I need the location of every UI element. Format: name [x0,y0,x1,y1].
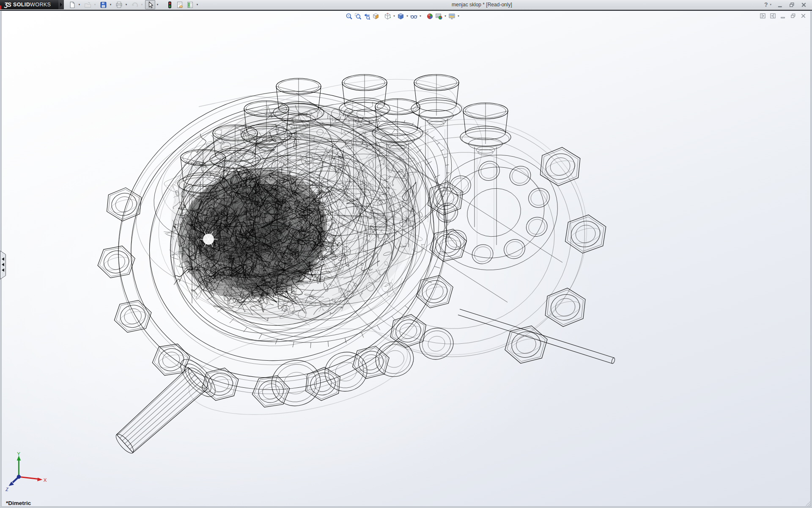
help-button[interactable]: ? [764,1,768,8]
hide-show-items-button[interactable] [409,12,418,20]
resize-grip[interactable] [805,501,811,507]
file-properties-icon [176,1,184,8]
print-icon [115,1,123,8]
hide-show-items-icon [410,13,417,20]
new-document-button[interactable] [67,0,77,9]
undo-dropdown[interactable]: ▾ [140,0,144,9]
solidworks-logo: ƷS SOLID WORKS [0,0,58,9]
save-button[interactable] [98,0,108,9]
minimize-window-button[interactable] [777,2,783,8]
feature-manager-collapsed-tab[interactable] [0,251,6,279]
edit-appearance-button[interactable] [425,12,434,20]
options-button[interactable] [185,0,195,9]
section-view-icon [372,13,379,20]
options-dropdown[interactable]: ▾ [195,0,200,9]
new-document-icon [69,1,76,8]
brand-solid: SOLID [13,2,30,8]
view-settings-icon [448,13,455,20]
close-document-icon [800,13,807,19]
graphics-viewport[interactable]: ▾▾▾▾▾ Y X Z *Dimetric [1,11,811,507]
apply-scene-button[interactable] [434,12,443,20]
menu-flyout-arrow[interactable] [58,0,64,9]
zoom-to-fit-button[interactable] [345,12,354,20]
wireframe-assembly-model [1,11,811,507]
section-view-button[interactable] [371,12,380,20]
edit-appearance-icon [426,13,433,20]
print-button[interactable] [114,0,124,9]
options-icon [187,1,194,8]
minimize-document-icon [780,13,786,19]
apply-scene-dropdown[interactable]: ▾ [443,12,447,20]
zoom-to-area-button[interactable] [354,12,362,20]
view-orientation-label: *Dimetric [6,500,31,506]
orientation-triad: Y X Z [3,452,47,496]
open-icon [84,1,91,8]
close-document-button[interactable] [800,13,807,19]
open-dropdown[interactable]: ▾ [93,0,97,9]
close-window-icon [801,2,807,8]
help-icon: ? [764,1,768,8]
show-pane-right-button[interactable] [770,13,776,19]
view-orientation-button[interactable] [383,12,392,20]
display-style-icon [397,13,404,20]
document-window-controls [760,13,807,19]
view-orientation-icon [384,13,391,20]
show-pane-right-icon [770,13,776,19]
help-dropdown[interactable]: ▾ [770,3,771,6]
save-icon [100,1,107,8]
titlebar-separator [0,9,812,11]
file-properties-button[interactable] [175,0,185,9]
document-title: menjac sklop * [Read-only] [452,2,512,8]
display-style-button[interactable] [396,12,405,20]
zoom-to-area-icon [354,13,362,20]
zoom-to-fit-icon [346,13,353,20]
previous-view-icon [363,13,370,20]
undo-icon [131,1,138,8]
right-triangle-icon [60,3,62,7]
restore-document-button[interactable] [790,13,796,19]
undo-button[interactable] [129,0,140,9]
open-button[interactable] [82,0,93,9]
close-window-button[interactable] [801,2,807,8]
save-dropdown[interactable]: ▾ [108,0,113,9]
show-pane-left-icon [760,13,766,19]
restore-document-icon [790,13,796,19]
rebuild-icon [166,1,173,8]
view-settings-button[interactable] [447,12,456,20]
minimize-document-button[interactable] [780,13,786,19]
select-dropdown[interactable]: ▾ [155,0,160,9]
headsup-view-toolbar: ▾▾▾▾▾ [345,12,461,20]
left-edge-accent [0,6,1,9]
brand-works: WORKS [30,2,51,8]
view-orientation-dropdown[interactable]: ▾ [392,12,396,20]
select-button[interactable] [145,0,155,9]
apply-scene-icon [435,13,442,20]
select-icon [147,1,154,8]
rebuild-button[interactable] [165,0,175,9]
restore-window-button[interactable] [789,2,795,8]
main-toolbar: ▾▾▾▾▾▾▾ [67,0,200,9]
show-pane-left-button[interactable] [760,13,766,19]
svg-text:Z: Z [5,487,8,492]
window-controls: ?▾ [764,0,807,9]
restore-window-icon [789,2,795,8]
previous-view-button[interactable] [362,12,371,20]
view-settings-dropdown[interactable]: ▾ [456,12,461,20]
new-document-dropdown[interactable]: ▾ [77,0,82,9]
titlebar: ƷS SOLID WORKS ▾▾▾▾▾▾▾ menjac sklop * [R… [0,0,812,9]
print-dropdown[interactable]: ▾ [124,0,129,9]
svg-text:X: X [44,478,47,483]
minimize-window-icon [777,2,783,8]
display-style-dropdown[interactable]: ▾ [405,12,409,20]
solidworks-logo-mark: ƷS [4,1,11,8]
hide-show-items-dropdown[interactable]: ▾ [418,12,422,20]
svg-text:Y: Y [17,452,20,456]
